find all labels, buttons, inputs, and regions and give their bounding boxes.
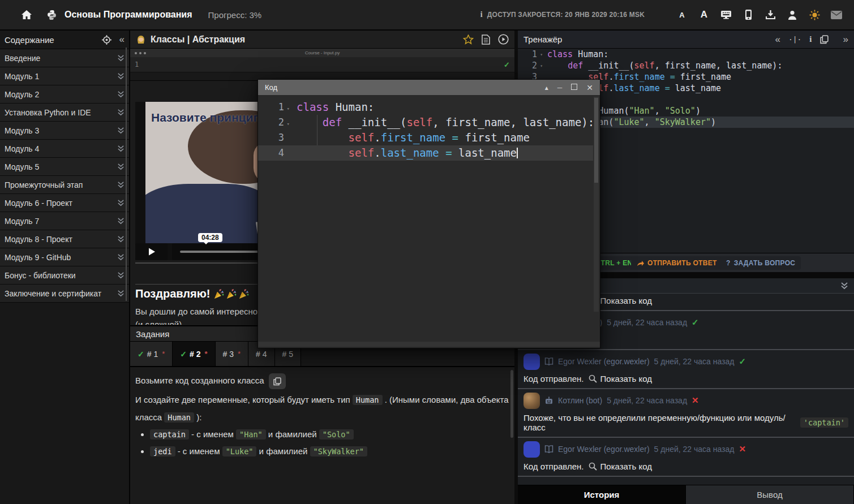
fold-marker[interactable]: ▾: [540, 61, 543, 72]
user-icon[interactable]: [785, 7, 800, 22]
line-number: 2▾: [518, 60, 539, 71]
task-text: - с именем: [175, 446, 222, 456]
sidebar-item[interactable]: Заключение и сертификат: [0, 285, 129, 303]
info-icon[interactable]: i: [809, 35, 812, 44]
inline-code: captain: [150, 429, 189, 440]
font-bigger-icon[interactable]: A: [697, 7, 711, 22]
display-icon[interactable]: [719, 7, 733, 22]
chevron-double-down-icon: [117, 109, 125, 116]
collapse-left-icon[interactable]: «: [775, 34, 780, 45]
contents-sidebar: Содержание « ВведениеМодуль 1Модуль 2Уст…: [0, 31, 130, 504]
sidebar-item-label: Модуль 9 - GitHub: [5, 253, 117, 262]
shade-icon[interactable]: ▴: [545, 84, 548, 91]
task-description: Возьмите код созданного класса И создайт…: [135, 373, 509, 458]
collapse-left-icon[interactable]: «: [119, 34, 125, 45]
message-time: 5 дней, 22 часа назад: [654, 445, 735, 454]
mail-icon[interactable]: [829, 7, 844, 22]
collapse-right-icon[interactable]: »: [843, 34, 848, 45]
cursor-icon[interactable]: ·|·: [788, 35, 801, 44]
maximize-icon[interactable]: [571, 84, 577, 91]
history-tab-inactive[interactable]: Вывод: [686, 485, 854, 504]
sidebar-item[interactable]: Модуль 5: [0, 158, 129, 176]
sidebar-item[interactable]: Введение: [0, 49, 129, 67]
sidebar-item[interactable]: Модуль 9 - GitHub: [0, 248, 129, 266]
copy-icon[interactable]: [820, 35, 829, 44]
code-line[interactable]: 3 self.first_name = first_name: [258, 130, 593, 145]
ask-question-button[interactable]: ? ЗАДАТЬ ВОПРОС: [720, 256, 801, 270]
mini-editor-filename: Course - Input.py: [130, 50, 514, 55]
message-text: Код отправлен.: [523, 374, 584, 384]
status-cross-icon: ✕: [692, 395, 699, 406]
sidebar-item[interactable]: Модуль 4: [0, 140, 129, 158]
submit-answer-button[interactable]: ОТПРАВИТЬ ОТВЕТ: [631, 256, 723, 270]
mini-editor-line-number: 1: [135, 61, 504, 68]
fold-marker[interactable]: ▾: [287, 101, 290, 117]
target-icon[interactable]: [102, 35, 111, 45]
sidebar-item[interactable]: Промежуточный этап: [0, 176, 129, 194]
history-tab-active[interactable]: История: [518, 485, 686, 504]
lesson-scrollbar[interactable]: [510, 370, 513, 438]
sidebar-scrollbar[interactable]: [126, 48, 127, 301]
window-horizontal-scrollbar[interactable]: [258, 342, 600, 347]
theme-sun-icon[interactable]: [807, 7, 822, 22]
document-icon[interactable]: [482, 35, 490, 45]
code-line[interactable]: 4 self.last_name = last_name: [258, 145, 593, 161]
window-vertical-scrollbar[interactable]: [594, 97, 599, 312]
inline-code-string: 'captain': [800, 417, 848, 428]
message-time: 5 дней, 22 часа назад: [607, 396, 687, 405]
sidebar-item[interactable]: Модуль 3: [0, 122, 129, 140]
video-play-button[interactable]: [135, 243, 168, 260]
lesson-title: Классы | Абстракция: [151, 35, 245, 45]
task-tab[interactable]: ✓# 2*: [173, 342, 215, 366]
video-time-tooltip: 04:28: [198, 233, 222, 242]
task-bullet: jedi - с именем "Luke" и фамилией "SkyWa…: [150, 445, 509, 458]
minimize-icon[interactable]: ─: [557, 84, 563, 91]
window-titlebar[interactable]: Код ▴ ─ ✕: [258, 80, 600, 95]
code-line[interactable]: 2▾ def __init__(self, first_name, last_n…: [258, 115, 593, 130]
solved-code-editor[interactable]: Course - Input.py 1 ✓: [130, 49, 514, 81]
show-code-link[interactable]: Показать код: [589, 374, 652, 384]
message-author[interactable]: Egor Wexler (egor.wexler): [558, 445, 650, 454]
code-line[interactable]: 1▾class Human:: [518, 49, 854, 60]
task-tab[interactable]: # 3*: [216, 342, 249, 366]
code-floating-window[interactable]: Код ▴ ─ ✕ 1▾class Human:2▾ def __init__(…: [258, 79, 600, 348]
sidebar-item-label: Установка Python и IDE: [5, 108, 117, 117]
message-body: Код отправлен.Показать код: [518, 372, 854, 388]
chevron-double-down-icon: [117, 91, 125, 98]
sidebar-item[interactable]: Бонус - библиотеки: [0, 266, 129, 285]
code-line[interactable]: 2▾ def __init__(self, first_name, last_n…: [518, 60, 854, 71]
close-icon[interactable]: ✕: [586, 84, 593, 92]
task-tab[interactable]: ✓# 1*: [130, 342, 173, 366]
sidebar-item-label: Введение: [5, 54, 117, 63]
chevron-double-down-icon[interactable]: [840, 282, 848, 290]
sidebar-title: Содержание: [5, 35, 94, 45]
copy-code-button[interactable]: [269, 373, 286, 389]
star-icon[interactable]: [463, 35, 474, 45]
message-time: 5 дней, 22 часа назад: [654, 357, 735, 366]
sidebar-item[interactable]: Модуль 2: [0, 85, 129, 104]
message-header: Котлин (bot)5 дней, 22 часа назад✕: [518, 389, 854, 411]
sidebar-item[interactable]: Модуль 1: [0, 67, 129, 85]
download-icon[interactable]: [763, 7, 778, 22]
play-circle-icon[interactable]: [498, 34, 509, 45]
font-smaller-icon[interactable]: A: [675, 7, 689, 22]
sidebar-item-label: Модуль 5: [5, 162, 117, 171]
window-code-editor[interactable]: 1▾class Human:2▾ def __init__(self, firs…: [258, 100, 593, 161]
avatar: [523, 393, 540, 409]
message-author[interactable]: Котлин (bot): [558, 396, 602, 405]
code-text: class Human:: [286, 100, 374, 115]
home-icon[interactable]: [19, 7, 34, 22]
sidebar-item[interactable]: Модуль 7: [0, 212, 129, 230]
mobile-icon[interactable]: [741, 7, 756, 22]
lesson-header: Классы | Абстракция: [130, 31, 514, 49]
fold-marker[interactable]: ▾: [540, 49, 543, 61]
message-author[interactable]: Egor Wexler (egor.wexler): [558, 357, 650, 366]
sidebar-item[interactable]: Установка Python и IDE: [0, 104, 129, 122]
message-text: Похоже, что вы не определили переменную/…: [523, 413, 796, 432]
show-code-link[interactable]: Показать код: [589, 462, 652, 471]
sidebar-item[interactable]: Модуль 8 - Проект: [0, 230, 129, 248]
fold-marker[interactable]: ▾: [287, 117, 290, 132]
sidebar-item[interactable]: Модуль 6 - Проект: [0, 194, 129, 212]
code-line[interactable]: 1▾class Human:: [258, 100, 593, 115]
code-text: def __init__(self, first_name, last_name…: [539, 60, 782, 71]
